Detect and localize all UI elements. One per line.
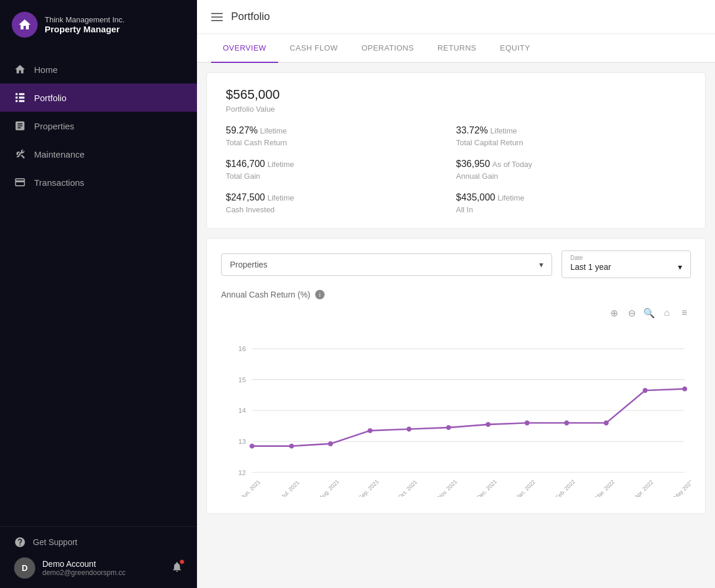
user-email: demo2@greendoorspm.cc xyxy=(42,569,164,577)
chart-container: 12 13 14 15 16 Jun. 2021 Jul. 2021 Aug. … xyxy=(221,324,691,499)
svg-text:15: 15 xyxy=(238,376,246,383)
chart-toolbar: ⊕ ⊖ 🔍 ⌂ ≡ xyxy=(221,306,691,319)
main-content: Portfolio OVERVIEW CASH FLOW OPERATIONS … xyxy=(197,0,715,588)
stat-total-gain: $146,700Lifetime Total Gain xyxy=(226,159,456,181)
menu-icon[interactable]: ≡ xyxy=(678,306,691,319)
logo-icon xyxy=(12,12,38,38)
sidebar-item-transactions-label: Transactions xyxy=(34,178,84,188)
svg-point-26 xyxy=(406,427,411,432)
stat-total-capital-return: 33.72%Lifetime Total Capital Return xyxy=(456,125,687,147)
svg-text:Mar. 2022: Mar. 2022 xyxy=(594,479,616,497)
svg-text:13: 13 xyxy=(238,438,246,445)
svg-point-25 xyxy=(367,428,372,433)
svg-text:14: 14 xyxy=(238,407,246,414)
svg-text:Aug. 2021: Aug. 2021 xyxy=(318,478,340,497)
chart-controls: Properties ▾ Date Last 1 year ▾ xyxy=(221,250,691,278)
search-icon[interactable]: 🔍 xyxy=(643,306,656,319)
svg-text:Jun. 2021: Jun. 2021 xyxy=(240,479,262,497)
svg-text:May 2022: May 2022 xyxy=(672,479,691,497)
properties-dropdown[interactable]: Properties ▾ xyxy=(221,253,552,276)
sidebar-footer: Get Support D Demo Account demo2@greendo… xyxy=(0,526,197,588)
svg-text:Oct. 2021: Oct. 2021 xyxy=(397,479,419,497)
tab-cashflow[interactable]: CASH FLOW xyxy=(278,34,350,63)
notification-bell[interactable] xyxy=(171,561,183,575)
svg-point-32 xyxy=(643,388,647,393)
menu-icon[interactable] xyxy=(211,13,223,21)
avatar: D xyxy=(14,557,35,579)
stat-number: $435,000 xyxy=(456,192,496,202)
properties-dropdown-label: Properties xyxy=(230,260,268,269)
sidebar-item-home[interactable]: Home xyxy=(0,55,197,83)
tab-equity[interactable]: EQUITY xyxy=(488,34,542,63)
topbar: Portfolio xyxy=(197,0,715,34)
portfolio-value-label: Portfolio Value xyxy=(226,105,686,113)
sidebar-item-properties[interactable]: Properties xyxy=(0,112,197,140)
stat-value-total-gain: $146,700Lifetime xyxy=(226,159,456,169)
date-dropdown-label: Date xyxy=(570,255,682,261)
chart-section: Properties ▾ Date Last 1 year ▾ Annual C… xyxy=(206,238,706,514)
home-icon[interactable]: ⌂ xyxy=(660,306,673,319)
tab-returns[interactable]: RETURNS xyxy=(426,34,488,63)
tabs-bar: OVERVIEW CASH FLOW OPERATIONS RETURNS EQ… xyxy=(197,34,715,63)
user-row: D Demo Account demo2@greendoorspm.cc xyxy=(14,557,183,579)
get-support-label: Get Support xyxy=(33,537,78,547)
stat-annual-gain: $36,950As of Today Annual Gain xyxy=(456,159,687,181)
sidebar-item-home-label: Home xyxy=(34,65,58,75)
stat-all-in: $435,000Lifetime All In xyxy=(456,192,687,214)
svg-point-22 xyxy=(249,443,254,448)
stat-suffix: Lifetime xyxy=(268,160,295,169)
svg-point-23 xyxy=(289,443,294,448)
stat-value-cash-invested: $247,500Lifetime xyxy=(226,192,456,203)
stats-grid: 59.27%Lifetime Total Cash Return 33.72%L… xyxy=(226,125,686,214)
svg-point-24 xyxy=(328,441,333,446)
stat-number: 33.72% xyxy=(456,125,488,135)
stat-suffix: Lifetime xyxy=(490,126,517,135)
svg-text:Nov. 2021: Nov. 2021 xyxy=(436,478,459,497)
stat-label-cash-invested: Cash Invested xyxy=(226,205,456,214)
sidebar-item-portfolio-label: Portfolio xyxy=(34,93,66,103)
svg-point-27 xyxy=(446,425,451,430)
org-name: Think Management Inc. xyxy=(45,15,125,24)
tab-operations[interactable]: OPERATIONS xyxy=(350,34,426,63)
stat-number: $247,500 xyxy=(226,192,265,202)
sidebar-item-properties-label: Properties xyxy=(34,121,74,131)
user-info: Demo Account demo2@greendoorspm.cc xyxy=(42,559,164,577)
get-support-button[interactable]: Get Support xyxy=(14,536,183,557)
info-icon[interactable]: i xyxy=(315,290,325,299)
stat-label-capital-return: Total Capital Return xyxy=(456,138,687,147)
tab-overview[interactable]: OVERVIEW xyxy=(211,34,278,63)
zoom-in-icon[interactable]: ⊕ xyxy=(607,306,620,319)
stat-cash-invested: $247,500Lifetime Cash Invested xyxy=(226,192,456,214)
sidebar-item-maintenance-label: Maintenance xyxy=(34,149,85,159)
sidebar-item-maintenance[interactable]: Maintenance xyxy=(0,140,197,168)
svg-text:12: 12 xyxy=(238,469,246,476)
svg-text:16: 16 xyxy=(238,345,246,352)
portfolio-value: $565,000 xyxy=(226,87,686,102)
page-title: Portfolio xyxy=(231,11,270,23)
zoom-out-icon[interactable]: ⊖ xyxy=(625,306,638,319)
svg-text:Feb. 2022: Feb. 2022 xyxy=(554,478,576,497)
svg-point-30 xyxy=(564,420,569,425)
stat-total-cash-return: 59.27%Lifetime Total Cash Return xyxy=(226,125,456,147)
stat-number: $36,950 xyxy=(456,159,490,169)
stat-label-total-gain: Total Gain xyxy=(226,172,456,181)
chevron-down-icon: ▾ xyxy=(539,260,543,269)
notification-badge xyxy=(179,559,185,564)
org-info: Think Management Inc. Property Manager xyxy=(45,15,125,34)
sidebar-item-transactions[interactable]: Transactions xyxy=(0,168,197,196)
stat-value-capital-return: 33.72%Lifetime xyxy=(456,125,687,136)
stat-suffix: Lifetime xyxy=(497,193,524,202)
svg-text:Apr. 2022: Apr. 2022 xyxy=(633,479,654,497)
date-dropdown[interactable]: Date Last 1 year ▾ xyxy=(562,250,691,278)
sidebar-item-portfolio[interactable]: Portfolio xyxy=(0,83,197,112)
sidebar-nav: Home Portfolio Properties Maintenance Tr… xyxy=(0,49,197,526)
svg-text:Sep. 2021: Sep. 2021 xyxy=(357,478,380,497)
stat-label-annual-gain: Annual Gain xyxy=(456,172,687,181)
svg-text:Dec. 2021: Dec. 2021 xyxy=(476,478,498,497)
stat-number: $146,700 xyxy=(226,159,265,169)
stat-suffix: Lifetime xyxy=(260,126,287,135)
stat-label-all-in: All In xyxy=(456,205,687,214)
stat-label-cash-return: Total Cash Return xyxy=(226,138,456,147)
line-chart: 12 13 14 15 16 Jun. 2021 Jul. 2021 Aug. … xyxy=(221,324,691,497)
stat-number: 59.27% xyxy=(226,125,258,135)
